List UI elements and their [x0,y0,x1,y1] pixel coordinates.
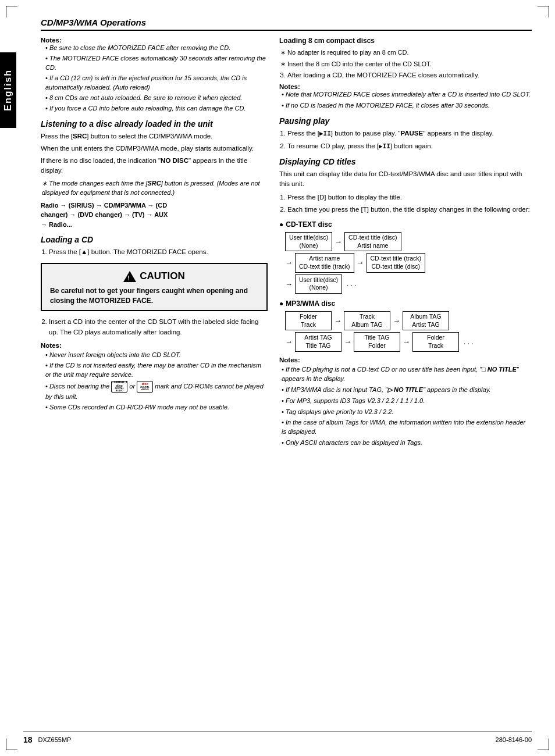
mp3-flow-row2: → Artist TAGTitle TAG → Title TAGFolder … [285,332,532,351]
corner-mark-bl [6,739,17,750]
displaying-step2: Each time you press the [T] button, the … [287,205,532,215]
displaying-section-title: Displaying CD titles [279,157,532,166]
corner-mark-tr [538,6,549,17]
loading-8cm-section: Loading 8 cm compact discs No adapter is… [279,37,532,110]
cdtext-flow-row2: → Artist nameCD-text title (track) → CD-… [285,253,532,272]
flow-arrow: → [285,336,293,348]
loading-note: Never insert foreign objects into the CD… [45,351,268,360]
ellipsis: . . . [464,337,474,347]
bottom-note: Tag displays give priority to V2.3 / 2.2… [282,408,532,417]
cdtext-flow-row1: User title(disc)(None) → CD-text title (… [285,232,532,251]
loading-section-title: Loading a CD [41,235,268,244]
flow-arrow: → [335,236,342,248]
mp3-disc-label: MP3/WMA disc [279,298,532,309]
bottom-note: If the CD playing is not a CD-text CD or… [282,365,532,384]
loading-step1: Press the [▲] button. The MOTORIZED FACE… [49,247,268,257]
page-header: CD/MP3/WMA Operations [41,17,532,31]
flow-cell: FolderTrack [412,332,459,351]
note-item: If a CD (12 cm) is left in the ejected p… [45,74,268,92]
flow-cell: CD-text title (track)CD-text title (disc… [367,253,426,272]
document-number: 280-8146-00 [496,736,532,743]
cdtext-disc-label: CD-TEXT disc [279,219,532,230]
page-title: CD/MP3/WMA Operations [41,17,532,27]
loading-8cm-title: Loading 8 cm compact discs [279,37,532,45]
flow-arrow: → [393,315,400,327]
content-area: Notes: Be sure to close the MOTORIZED FA… [41,37,532,450]
note-item: If you force a CD into before auto reloa… [45,104,268,113]
cdtext-flow-diagram: User title(disc)(None) → CD-text title (… [285,232,532,294]
flow-cell: Album TAGArtist TAG [403,311,449,330]
8cm-notes-item: Note that MOTORIZED FACE closes immediat… [282,90,532,99]
flow-cell: User title(disc)(None) [285,232,332,251]
flow-cell: FolderTrack [285,311,332,330]
note-item: Be sure to close the MOTORIZED FACE afte… [45,44,268,53]
8cm-note1: No adapter is required to play an 8 cm C… [279,48,532,58]
pausing-step2: To resume CD play, press the [▶II] butto… [287,141,532,152]
model-number: DXZ655MP [38,736,72,743]
8cm-step3: After loading a CD, the MOTORIZED FACE c… [287,70,532,80]
8cm-note2: Insert the 8 cm CD into the center of th… [279,59,532,69]
flow-arrow: → [285,279,293,290]
bottom-note: In the case of album Tags for WMA, the i… [282,418,532,437]
note-item: The MOTORIZED FACE closes automatically … [45,54,268,73]
flow-arrow: → [334,315,341,327]
loading-note: Discs not bearing the COMPACT disc DIGIT… [45,381,268,402]
cdtext-flow-row3: → User title(disc)(None) . . . [285,274,532,294]
caution-title: CAUTION [50,269,258,284]
flow-cell: Artist TAGTitle TAG [295,332,341,351]
caution-text: Be careful not to get your fingers caugh… [50,286,258,306]
flow-arrow: → [357,257,364,269]
flow-cell: TrackAlbum TAG [344,311,390,330]
top-notes-list: Be sure to close the MOTORIZED FACE afte… [41,44,268,113]
flow-cell: Artist nameCD-text title (track) [295,253,354,272]
digital-disc-icon: disc DIGITAL AUDIO [137,381,153,393]
compact-disc-icon: COMPACT disc DIGITAL AUDIO [111,381,127,393]
left-column: Notes: Be sure to close the MOTORIZED FA… [41,37,268,450]
flow-cell: Title TAGFolder [354,332,400,351]
corner-mark-br [538,739,549,750]
ellipsis: . . . [347,279,357,289]
listening-body: Press the [SRC] button to select the CD/… [41,131,268,230]
caution-box: CAUTION Be careful not to get your finge… [41,263,268,311]
displaying-step1: Press the [D] button to display the titl… [287,192,532,202]
flow-arrow: → [285,257,293,269]
pausing-step1: Press the [▶II] button to pause play. "P… [287,129,532,139]
language-tab: English [0,52,16,128]
top-notes: Notes: Be sure to close the MOTORIZED FA… [41,37,268,113]
mp3-flow-row1: FolderTrack → TrackAlbum TAG → Album TAG… [285,311,532,330]
flow-arrow: → [403,336,410,348]
flow-arrow: → [344,336,351,348]
flow-cell: User title(disc)(None) [295,274,342,294]
listening-section-title: Listening to a disc already loaded in th… [41,119,268,129]
right-column: Loading 8 cm compact discs No adapter is… [279,37,532,450]
bottom-note: If MP3/WMA disc is not input TAG, "▷ NO … [282,386,532,395]
pausing-section-title: Pausing play [279,116,532,126]
loading-note: Some CDs recorded in CD-R/CD-RW mode may… [45,403,268,412]
disc-icon-compact: COMPACT disc DIGITAL AUDIO [111,381,127,393]
note-item: 8 cm CDs are not auto reloaded. Be sure … [45,94,268,103]
bottom-note: Only ASCII characters can be displayed i… [282,438,532,448]
bottom-bar: 18 DXZ655MP 280-8146-00 [23,732,532,744]
bottom-notes-list: If the CD playing is not a CD-text CD or… [279,365,532,448]
8cm-notes-item: If no CD is loaded in the MOTORIZED FACE… [282,101,532,110]
caution-triangle-icon [123,271,136,282]
loading-step2: Insert a CD into the center of the CD SL… [49,317,268,337]
loading-body: Press the [▲] button. The MOTORIZED FACE… [41,247,268,412]
mp3-flow-diagram: FolderTrack → TrackAlbum TAG → Album TAG… [285,311,532,352]
displaying-body: This unit can display title data for CD-… [279,169,532,448]
loading-notes-list: Never insert foreign objects into the CD… [41,351,268,412]
corner-mark-tl [6,6,17,17]
8cm-notes-list: Note that MOTORIZED FACE closes immediat… [279,90,532,110]
disc-icon-digital: disc DIGITAL AUDIO [137,381,153,393]
pausing-body: Press the [▶II] button to pause play. "P… [279,129,532,151]
loading-note: If the CD is not inserted easily, there … [45,361,268,380]
bottom-note: For MP3, supports ID3 Tags V2.3 / 2.2 / … [282,397,532,406]
flow-cell: CD-text title (disc)Artist name [344,232,401,251]
page-number: 18 [23,735,33,744]
